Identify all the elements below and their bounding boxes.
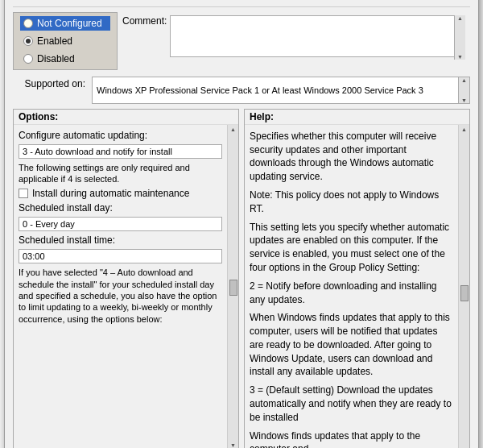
options-scroll-thumb	[229, 280, 237, 296]
help-p2: Note: This policy does not apply to Wind…	[250, 189, 453, 216]
help-p6: 3 = (Default setting) Download the updat…	[250, 384, 453, 424]
comment-label: Comment:	[122, 15, 167, 27]
options-title-bar: Options:	[14, 110, 238, 125]
radio-disabled[interactable]: Disabled	[20, 52, 110, 66]
radio-column: Not Configured Enabled Disabled	[13, 12, 118, 70]
maintenance-checkbox[interactable]	[19, 189, 28, 198]
help-scrollbar-v[interactable]: ▲ ▼	[458, 125, 469, 448]
dropdown2-wrapper: 0 - Every day	[19, 217, 222, 231]
radio-comment-row: Not Configured Enabled Disabled Comment:	[13, 12, 470, 70]
radio-not-configured-label: Not Configured	[37, 18, 102, 29]
options-panel: Options: Configure automatic updating: 3…	[13, 109, 239, 448]
comment-textarea[interactable]	[170, 15, 465, 57]
radio-circle-enabled	[23, 36, 33, 46]
dropdown3-wrapper: 03:00	[19, 249, 222, 263]
help-title-bar: Help:	[245, 110, 469, 125]
radio-circle-disabled	[23, 54, 33, 64]
options-scrollbar-v[interactable]: ▲ ▼	[227, 125, 238, 448]
dialog-window: Configure Automatic Updates ─ □ ✕	[4, 0, 479, 448]
supported-text: Windows XP Professional Service Pack 1 o…	[97, 85, 423, 95]
help-panel: Help: Specifies whether this computer wi…	[244, 109, 470, 448]
maintenance-checkbox-row: Install during automatic maintenance	[19, 188, 222, 199]
settings-icon	[13, 0, 39, 2]
options-note: The following settings are only required…	[19, 162, 222, 185]
maintenance-label: Install during automatic maintenance	[32, 188, 189, 199]
scheduled-day-label: Scheduled install day:	[19, 202, 222, 214]
help-content: Specifies whether this computer will rec…	[245, 125, 458, 448]
help-p4: 2 = Notify before downloading and instal…	[250, 280, 453, 307]
top-header: Configure Automatic Updates Previous Set…	[13, 0, 470, 7]
dropdown1-wrapper: 3 - Auto download and notify for install	[19, 144, 222, 159]
configure-label: Configure automatic updating:	[19, 130, 222, 141]
radio-enabled-label: Enabled	[37, 35, 72, 47]
top-header-left: Configure Automatic Updates	[13, 0, 192, 2]
supported-scrollbar: ▲ ▼	[458, 77, 469, 103]
help-scroll-thumb	[460, 285, 469, 301]
radio-circle-not-configured	[23, 19, 33, 28]
radio-enabled[interactable]: Enabled	[20, 34, 110, 48]
help-title: Help:	[250, 111, 274, 122]
supported-row: Supported on: Windows XP Professional Se…	[13, 77, 470, 104]
options-title: Options:	[19, 111, 58, 122]
help-p5: When Windows finds updates that apply to…	[250, 311, 453, 379]
configure-dropdown[interactable]: 3 - Auto download and notify for install	[19, 144, 222, 159]
scheduled-day-dropdown[interactable]: 0 - Every day	[19, 217, 222, 231]
help-p7: Windows finds updates that apply to the …	[250, 429, 453, 448]
radio-not-configured[interactable]: Not Configured	[20, 16, 110, 31]
radio-disabled-label: Disabled	[37, 53, 75, 64]
help-p3: This setting lets you specify whether au…	[250, 221, 453, 275]
scheduled-time-label: Scheduled install time:	[19, 234, 222, 246]
help-p1: Specifies whether this computer will rec…	[250, 130, 453, 184]
supported-box: Windows XP Professional Service Pack 1 o…	[92, 77, 470, 104]
main-content: Options: Configure automatic updating: 3…	[13, 109, 470, 448]
dialog-body: Configure Automatic Updates Previous Set…	[5, 0, 478, 448]
options-footer-text: If you have selected "4 – Auto download …	[19, 267, 222, 324]
supported-label: Supported on:	[13, 77, 85, 89]
comment-scrollbar: ▲ ▼	[454, 15, 465, 60]
scheduled-time-dropdown[interactable]: 03:00	[19, 249, 222, 263]
